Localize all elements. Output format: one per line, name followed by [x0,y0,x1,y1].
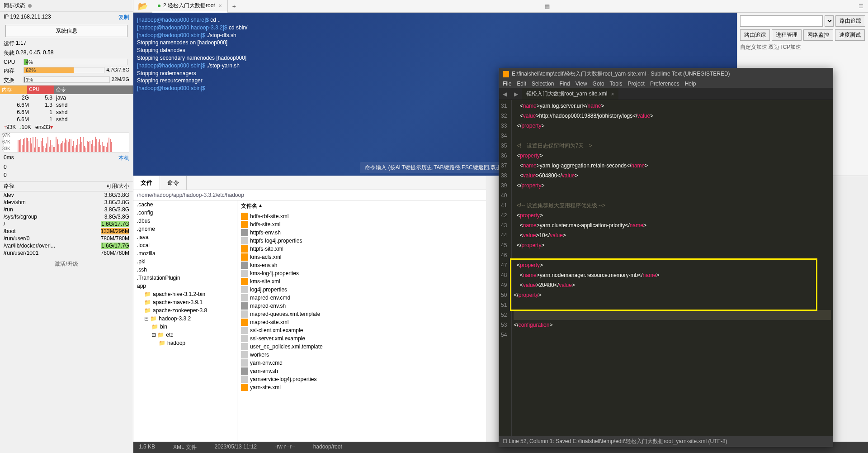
path-row[interactable]: /run/user/1001780M/780M [0,249,133,257]
process-row[interactable]: 6.6M1sshd [0,116,133,123]
path-row[interactable]: /sys/fs/cgroup3.8G/3.8G [0,213,133,220]
file-item[interactable]: kms-acls.xml [237,253,486,261]
menu-item[interactable]: Project [628,81,645,87]
local-link[interactable]: 本机 [118,154,129,162]
path-row[interactable]: /1.6G/17.7G [0,220,133,228]
tool-button[interactable]: 进程管理 [772,29,802,41]
col-size[interactable]: 可用/大小 [106,182,129,190]
dir-item[interactable]: .gnome [133,225,237,233]
menu-item[interactable]: Find [559,81,570,87]
dir-item[interactable]: 📁apache-zookeeper-3.8 [133,306,237,315]
interface-dropdown[interactable]: ens33 [35,124,50,130]
file-item[interactable]: hdfs-rbf-site.xml [237,212,486,220]
copy-button[interactable]: 复制 [118,14,129,21]
folder-icon[interactable]: 📂 [133,1,152,11]
path-row[interactable]: /dev/shm3.8G/3.8G [0,199,133,206]
code-editor[interactable]: 3132333435363738394041424344454647484950… [499,100,833,436]
close-tab-icon[interactable]: × [611,91,614,97]
tool-button[interactable]: 路由追踪 [740,29,770,41]
file-item[interactable]: yarnservice-log4j.properties [237,375,486,383]
file-item[interactable]: kms-log4j.properties [237,269,486,277]
dir-item[interactable]: .config [133,209,237,217]
menu-item[interactable]: Selection [532,81,554,87]
file-item[interactable]: ssl-server.xml.example [237,334,486,343]
process-row[interactable]: 2G5.3java [0,94,133,101]
file-item[interactable]: httpfs-site.xml [237,245,486,253]
dir-item[interactable]: .mozilla [133,249,237,257]
path-row[interactable]: /run/user/0780M/780M [0,235,133,242]
col-path[interactable]: 路径 [4,182,106,190]
dir-item[interactable]: ⊟ 📁hadoop-3.3.2 [133,315,237,323]
file-item[interactable]: mapred-env.sh [237,302,486,310]
file-item[interactable]: workers [237,351,486,359]
sublime-tab[interactable]: 轻松入门大数据root_yarn-site.xml × [522,88,618,100]
file-item[interactable]: yarn-site.xml [237,383,486,391]
trace-more[interactable]: 自定义加速 双边TCP加速 [740,43,865,51]
file-item[interactable]: mapred-queues.xml.template [237,310,486,318]
nav-fwd-icon[interactable]: ▶ [510,90,522,98]
system-info-button[interactable]: 系统信息 [5,25,127,37]
trace-button[interactable]: 路由追踪 [835,15,865,27]
file-item[interactable]: mapred-env.cmd [237,294,486,302]
file-item[interactable]: kms-env.sh [237,261,486,269]
file-item[interactable]: hdfs-site.xml [237,220,486,229]
dir-item[interactable]: .dbus [133,217,237,225]
dir-item[interactable]: 📁apache-maven-3.9.1 [133,298,237,306]
file-item[interactable]: kms-site.xml [237,277,486,286]
tab-files[interactable]: 文件 [133,176,160,190]
tool-button[interactable]: 网络监控 [803,29,833,41]
dir-item[interactable]: ⊟ 📁etc [133,331,237,339]
path-row[interactable]: /boot133M/296M [0,228,133,235]
path-row[interactable]: /var/lib/docker/overl...1.6G/17.7G [0,242,133,249]
file-item[interactable]: yarn-env.sh [237,367,486,375]
menu-item[interactable]: View [576,81,587,87]
dir-item[interactable]: 📁hadoop [133,339,237,347]
nav-back-icon[interactable]: ◀ [499,90,510,98]
col-cpu[interactable]: CPU [27,86,54,94]
dir-item[interactable]: .pki [133,257,237,266]
menu-item[interactable]: Tools [610,81,623,87]
dir-item[interactable]: app [133,282,237,290]
menu-item[interactable]: Help [685,81,696,87]
path-row[interactable]: /dev3.8G/3.8G [0,191,133,199]
dir-item[interactable]: .TranslationPlugin [133,274,237,282]
trace-input[interactable] [740,15,823,27]
sublime-window[interactable]: E:\finalshell\temp\edit\轻松入门大数据root_yarn… [499,68,833,447]
sublime-menubar[interactable]: FileEditSelectionFindViewGotoToolsProjec… [499,80,833,88]
dir-item[interactable]: .java [133,233,237,241]
process-row[interactable]: 6.6M1.3sshd [0,101,133,109]
dir-item[interactable]: 📁bin [133,323,237,331]
close-icon[interactable]: × [219,3,222,9]
file-item[interactable]: yarn-env.cmd [237,359,486,367]
file-item[interactable]: user_ec_policies.xml.template [237,343,486,351]
file-item[interactable]: httpfs-log4j.properties [237,237,486,245]
file-item[interactable]: httpfs-env.sh [237,229,486,237]
tab-commands[interactable]: 命令 [160,176,187,190]
menu-item[interactable]: File [503,81,511,87]
dir-item[interactable]: .ssh [133,266,237,274]
path-row[interactable]: /run3.8G/3.8G [0,206,133,213]
session-tab[interactable]: 2 轻松入门大数据root× [152,0,228,11]
sublime-titlebar[interactable]: E:\finalshell\temp\edit\轻松入门大数据root_yarn… [499,68,833,80]
add-tab-button[interactable]: + [228,3,241,10]
file-item[interactable]: log4j.properties [237,286,486,294]
dir-item[interactable]: 📁apache-hive-3.1.2-bin [133,290,237,298]
grid-view-icon[interactable]: ▦ [540,3,554,10]
menu-item[interactable]: Preferences [650,81,679,87]
col-filename[interactable]: 文件名 [241,202,257,210]
breadcrumb[interactable]: /home/hadoop/app/hadoop-3.3.2/etc/hadoop [133,190,486,200]
file-item[interactable]: mapred-site.xml [237,318,486,326]
file-list[interactable]: 文件名▴ hdfs-rbf-site.xmlhdfs-site.xmlhttpf… [237,200,486,442]
menu-item[interactable]: Goto [593,81,604,87]
process-row[interactable]: 6.6M1sshd [0,109,133,116]
col-cmd[interactable]: 命令 [54,86,133,94]
dir-item[interactable]: .cache [133,200,237,209]
activate-link[interactable]: 激活/升级 [0,257,133,272]
dir-item[interactable]: .local [133,241,237,249]
tool-button[interactable]: 速度测试 [835,29,865,41]
menu-icon[interactable]: ☰ [854,3,868,10]
dir-tree[interactable]: .cache.config.dbus.gnome.java.local.mozi… [133,200,237,442]
menu-item[interactable]: Edit [517,81,526,87]
col-mem[interactable]: 内存 [0,86,27,94]
file-item[interactable]: ssl-client.xml.example [237,326,486,334]
